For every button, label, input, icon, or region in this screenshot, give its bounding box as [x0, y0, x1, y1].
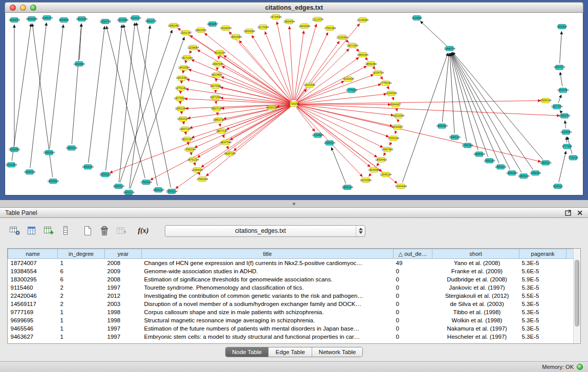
graph-edge[interactable]: [191, 105, 290, 138]
graph-node[interactable]: 19862460: [168, 23, 179, 28]
graph-edge[interactable]: [204, 33, 290, 101]
graph-node[interactable]: 20861734: [213, 118, 224, 122]
graph-node[interactable]: 18050134: [123, 190, 135, 195]
graph-edge[interactable]: [294, 31, 304, 100]
graph-node[interactable]: 25260650: [9, 147, 20, 152]
graph-edge[interactable]: [277, 21, 293, 100]
graph-edge[interactable]: [389, 142, 391, 145]
graph-node[interactable]: 10805104: [540, 161, 551, 165]
selected-rows-button[interactable]: [59, 225, 72, 237]
graph-edge[interactable]: [199, 173, 200, 175]
column-header-short[interactable]: short: [432, 249, 519, 259]
table-row[interactable]: 1456911722003Disruption of a novel membe…: [8, 300, 574, 308]
graph-node[interactable]: 19073304: [347, 43, 358, 48]
network-window-titlebar[interactable]: citations_edges.txt: [5, 2, 583, 13]
graph-edge[interactable]: [191, 59, 290, 102]
graph-edge[interactable]: [89, 26, 105, 163]
graph-node[interactable]: 16116104: [130, 15, 141, 20]
graph-edge[interactable]: [368, 173, 371, 177]
graph-node[interactable]: 19412176: [145, 18, 156, 23]
graph-node[interactable]: 19050304: [436, 124, 447, 128]
column-header-year[interactable]: year: [105, 249, 142, 259]
graph-node[interactable]: 16046427: [390, 102, 401, 107]
graph-edge[interactable]: [295, 24, 316, 100]
graph-node[interactable]: 15034994: [368, 168, 380, 172]
graph-edge[interactable]: [129, 26, 150, 188]
graph-node[interactable]: 10366739: [100, 19, 111, 24]
graph-edge[interactable]: [365, 58, 368, 60]
graph-node[interactable]: 19154504: [312, 133, 323, 138]
graph-edge[interactable]: [297, 106, 397, 183]
graph-edge[interactable]: [298, 101, 541, 104]
graph-edge[interactable]: [395, 131, 396, 134]
graph-node[interactable]: 15505104: [166, 189, 177, 194]
graph-edge[interactable]: [298, 105, 541, 162]
graph-node[interactable]: 21121574: [312, 17, 323, 21]
graph-node[interactable]: 21515454: [176, 76, 187, 80]
graph-node[interactable]: 19448794: [444, 46, 455, 51]
create-column-button[interactable]: [42, 225, 55, 237]
graph-edge[interactable]: [12, 24, 31, 161]
graph-node[interactable]: 9500504: [557, 24, 567, 29]
graph-edge[interactable]: [194, 106, 290, 148]
graph-node[interactable]: 16950134: [153, 188, 164, 192]
graph-node[interactable]: 18505493: [376, 158, 387, 162]
graph-node[interactable]: 18839057: [207, 21, 218, 26]
graph-edge[interactable]: [183, 72, 183, 74]
table-row[interactable]: 1830029562008Estimation of significance …: [8, 275, 574, 283]
graph-node[interactable]: 16067944: [220, 140, 231, 145]
graph-edge[interactable]: [297, 106, 383, 147]
graph-node[interactable]: 17950304: [462, 143, 473, 148]
graph-edge[interactable]: [220, 124, 221, 127]
show-columns-button[interactable]: [25, 225, 38, 237]
graph-edge[interactable]: [298, 94, 387, 104]
graph-node[interactable]: 13950304: [506, 171, 517, 176]
graph-node[interactable]: 13067134: [179, 127, 190, 132]
close-window-button[interactable]: [10, 5, 16, 11]
graph-edge[interactable]: [188, 70, 290, 103]
graph-edge[interactable]: [420, 21, 447, 46]
graph-node[interactable]: 15824994: [230, 34, 242, 39]
graph-edge[interactable]: [110, 105, 290, 173]
table-row[interactable]: 1938455462009Genome-wide association stu…: [8, 267, 574, 275]
graph-node[interactable]: 21031504: [360, 178, 372, 183]
graph-node[interactable]: 20634504: [74, 61, 85, 66]
graph-node[interactable]: 21235604: [357, 17, 368, 22]
graph-node[interactable]: 20501054: [6, 163, 17, 167]
graph-node[interactable]: 1724054: [289, 102, 299, 106]
graph-edge[interactable]: [123, 25, 157, 186]
graph-edge[interactable]: [560, 72, 562, 86]
graph-node[interactable]: 18550394: [365, 61, 377, 66]
delete-table-button[interactable]: [98, 225, 111, 237]
graph-node[interactable]: 14410504: [178, 65, 189, 70]
graph-node[interactable]: 15950304: [484, 159, 495, 163]
graph-node[interactable]: 18463074: [9, 17, 20, 22]
graph-node[interactable]: 6777304: [562, 144, 572, 149]
graph-edge[interactable]: [201, 106, 291, 167]
graph-node[interactable]: 18014504: [211, 73, 222, 77]
graph-node[interactable]: 18677134: [216, 129, 227, 134]
graph-node[interactable]: 20802553: [195, 28, 206, 32]
graph-node[interactable]: 12242004: [214, 50, 225, 55]
graph-edge[interactable]: [222, 66, 290, 102]
graph-node[interactable]: 21160034: [386, 91, 397, 96]
graph-edge[interactable]: [374, 67, 376, 70]
graph-node[interactable]: 17650104: [388, 136, 399, 141]
graph-node[interactable]: 18354104: [324, 141, 335, 145]
graph-node[interactable]: 16162544: [304, 83, 315, 87]
graph-node[interactable]: 20505144: [82, 165, 94, 169]
graph-node[interactable]: 14805104: [495, 165, 506, 169]
graph-node[interactable]: 18300214: [266, 105, 277, 110]
scrollbar-thumb[interactable]: [575, 260, 579, 326]
graph-edge[interactable]: [381, 76, 383, 79]
graph-node[interactable]: 19505104: [24, 170, 35, 174]
graph-edge[interactable]: [224, 55, 291, 102]
graph-node[interactable]: 20671504: [210, 95, 221, 100]
graph-node[interactable]: 12208084: [187, 45, 199, 50]
graph-edge[interactable]: [30, 23, 47, 168]
column-header-name[interactable]: name: [8, 249, 58, 259]
graph-edge[interactable]: [217, 113, 218, 115]
column-header-pagerank[interactable]: pagerank: [519, 249, 567, 259]
graph-edge[interactable]: [452, 52, 533, 169]
graph-edge[interactable]: [560, 110, 562, 113]
